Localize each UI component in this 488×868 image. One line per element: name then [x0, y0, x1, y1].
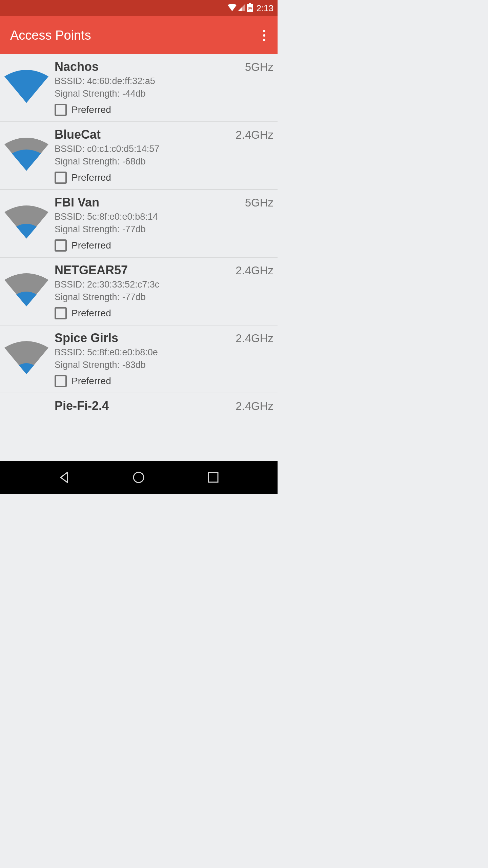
cellular-signal-icon [238, 4, 245, 13]
svg-rect-0 [249, 3, 251, 4]
navigation-bar [0, 461, 278, 494]
wifi-signal-icon [3, 127, 49, 168]
svg-rect-4 [208, 473, 218, 482]
access-point-item[interactable]: FBI Van 5GHz BSSID: 5c:8f:e0:e0:b8:14 Si… [0, 190, 278, 258]
recent-apps-button[interactable] [205, 469, 222, 486]
ap-name: FBI Van [55, 195, 99, 210]
ap-bssid: BSSID: 5c:8f:e0:e0:b8:14 [55, 212, 273, 222]
wifi-signal-icon [3, 60, 49, 100]
ap-band: 5GHz [245, 196, 273, 209]
wifi-signal-icon [3, 195, 49, 236]
preferred-checkbox[interactable] [55, 172, 67, 184]
back-button[interactable] [56, 469, 73, 486]
battery-icon: 84 [247, 3, 253, 13]
status-time: 2:13 [256, 3, 273, 14]
status-bar: 84 2:13 [0, 0, 278, 16]
preferred-checkbox[interactable] [55, 307, 67, 319]
preferred-label: Preferred [72, 104, 111, 115]
home-button[interactable] [130, 469, 147, 486]
ap-signal: Signal Strength: -83db [55, 360, 273, 370]
ap-band: 2.4GHz [236, 332, 273, 345]
ap-signal: Signal Strength: -77db [55, 292, 273, 302]
ap-bssid: BSSID: 5c:8f:e0:e0:b8:0e [55, 347, 273, 358]
preferred-checkbox[interactable] [55, 239, 67, 252]
preferred-label: Preferred [72, 308, 111, 319]
access-point-item[interactable]: BlueCat 2.4GHz BSSID: c0:c1:c0:d5:14:57 … [0, 122, 278, 190]
ap-bssid: BSSID: c0:c1:c0:d5:14:57 [55, 144, 273, 154]
ap-name: Spice Girls [55, 331, 118, 345]
status-icons: 84 2:13 [228, 3, 273, 14]
ap-signal: Signal Strength: -44db [55, 88, 273, 99]
ap-name: NETGEAR57 [55, 263, 128, 277]
svg-point-3 [134, 472, 144, 482]
access-point-item[interactable]: NETGEAR57 2.4GHz BSSID: 2c:30:33:52:c7:3… [0, 258, 278, 326]
preferred-checkbox[interactable] [55, 375, 67, 387]
ap-band: 5GHz [245, 61, 273, 74]
wifi-signal-icon [3, 331, 49, 372]
wifi-signal-icon [3, 399, 49, 414]
access-point-item[interactable]: Nachos 5GHz BSSID: 4c:60:de:ff:32:a5 Sig… [0, 54, 278, 122]
ap-signal: Signal Strength: -77db [55, 224, 273, 235]
more-vert-icon [263, 30, 265, 41]
ap-bssid: BSSID: 2c:30:33:52:c7:3c [55, 279, 273, 290]
ap-name: BlueCat [55, 127, 101, 142]
page-title: Access Points [10, 28, 91, 43]
app-bar: Access Points [0, 16, 278, 54]
access-point-item[interactable]: Spice Girls 2.4GHz BSSID: 5c:8f:e0:e0:b8… [0, 326, 278, 393]
ap-band: 2.4GHz [236, 400, 273, 413]
ap-band: 2.4GHz [236, 129, 273, 141]
preferred-label: Preferred [72, 172, 111, 183]
overflow-menu-button[interactable] [257, 28, 271, 42]
ap-name: Nachos [55, 60, 99, 74]
preferred-label: Preferred [72, 240, 111, 251]
ap-signal: Signal Strength: -68db [55, 156, 273, 167]
wifi-status-icon [228, 4, 237, 13]
preferred-checkbox[interactable] [55, 104, 67, 116]
access-points-list: Nachos 5GHz BSSID: 4c:60:de:ff:32:a5 Sig… [0, 54, 278, 461]
ap-band: 2.4GHz [236, 264, 273, 277]
preferred-label: Preferred [72, 376, 111, 387]
ap-name: Pie-Fi-2.4 [55, 399, 109, 413]
wifi-signal-icon [3, 263, 49, 304]
svg-text:84: 84 [248, 6, 252, 10]
ap-bssid: BSSID: 4c:60:de:ff:32:a5 [55, 76, 273, 86]
access-point-item[interactable]: Pie-Fi-2.4 2.4GHz [0, 393, 278, 414]
